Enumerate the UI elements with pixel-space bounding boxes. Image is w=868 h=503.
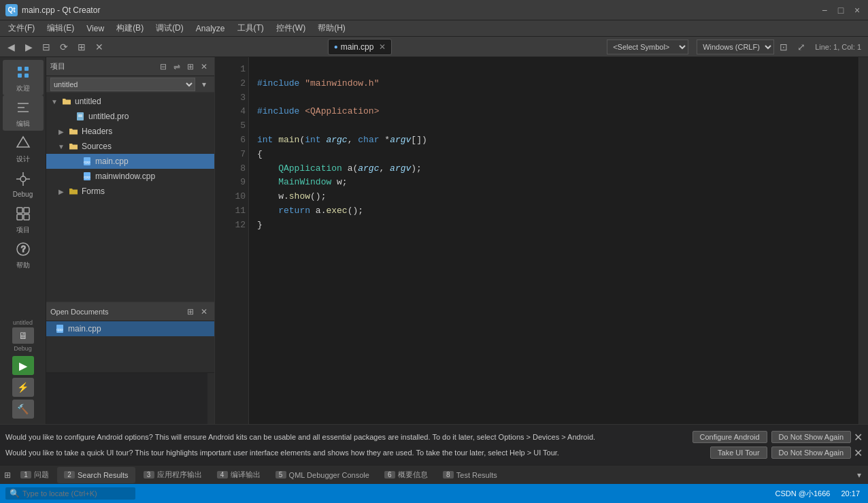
sidebar-item-edit[interactable]: 编辑 [3,95,44,131]
bottom-tab-summary[interactable]: 6 概要信息 [378,467,435,483]
symbol-select[interactable]: <Select Symbol> [607,39,688,54]
tree-item-untitled-pro[interactable]: untitled.pro [46,109,214,124]
take-ui-tour-button[interactable]: Take UI Tour [710,447,767,459]
locator-input-area[interactable]: 🔍 [5,487,135,500]
menu-debug[interactable]: 调试(D) [150,21,189,35]
toolbar-back-button[interactable]: ◀ [3,39,19,55]
project-selector[interactable]: untitled [50,78,195,91]
status-csdn-label: CSDN @小1666 [775,489,831,499]
open-doc-label: main.cpp [68,324,101,334]
line-num-9: 9 [218,176,246,190]
code-editor[interactable]: 1 2 3 4 5 6 7 8 9 10 11 12 #include "mai… [215,57,868,424]
close-notification-android[interactable]: ✕ [854,431,863,444]
svg-text:cpp: cpp [84,160,90,164]
svg-rect-1 [24,67,29,71]
project-expand-button[interactable]: ⊞ [184,61,197,73]
project-close-button[interactable]: ✕ [198,61,210,73]
toolbar-filter-button[interactable]: ⊟ [38,39,54,55]
bottom-tab-qml[interactable]: 5 QML Debugger Console [269,467,376,483]
bottom-tabs-more[interactable]: ▾ [853,469,865,481]
line-num-8: 8 [218,162,246,176]
project-dropdown: untitled ▾ [46,76,214,93]
build-button[interactable]: 🔨 [12,400,34,419]
tree-item-mainwindow-cpp[interactable]: cpp mainwindow.cpp [46,169,214,184]
menu-view[interactable]: View [81,22,110,35]
sidebar-item-help[interactable]: ? 帮助 [3,237,44,272]
tree-item-main-cpp[interactable]: cpp main.cpp [46,154,214,169]
tree-label-forms: Forms [82,186,105,196]
project-filter-button[interactable]: ⊟ [157,61,169,73]
bottom-tab-search-results[interactable]: 2 Search Results [57,467,135,483]
close-notification-tour[interactable]: ✕ [854,447,863,459]
toolbar-split-button[interactable]: ⊞ [73,39,90,55]
configure-android-button[interactable]: Configure Android [692,431,767,443]
tab-close-icon[interactable]: ✕ [379,42,386,52]
toolbar-expand-button[interactable]: ⤢ [793,39,809,55]
menu-edit[interactable]: 编辑(E) [41,21,80,35]
menu-bar: 文件(F) 编辑(E) View 构建(B) 调试(D) Analyze 工具(… [0,20,868,37]
toolbar-close-panel-button[interactable]: ✕ [91,39,107,55]
locator-input[interactable] [22,489,131,498]
line-num-7: 7 [218,148,246,162]
tree-item-headers[interactable]: ▶ Headers [46,124,214,139]
sidebar-icons: 欢迎 编辑 设计 Debug [0,57,46,424]
toolbar-forward-button[interactable]: ▶ [20,39,37,55]
bottom-tab-compile-num: 4 [217,471,228,478]
sidebar-item-debug[interactable]: Debug [3,166,44,201]
bottom-tab-test-label: Test Results [456,471,497,479]
do-not-show-again-android-button[interactable]: Do Not Show Again [771,431,851,443]
bottom-tab-issues[interactable]: 1 问题 [14,467,56,483]
svg-text:cpp: cpp [56,327,63,331]
debug-device-icon: 🖥 [12,327,34,344]
sidebar-item-edit-label: 编辑 [16,119,30,129]
run-button[interactable]: ▶ [12,356,34,375]
bottom-tab-compile[interactable]: 4 编译输出 [210,467,267,483]
tab-label: main.cpp [341,42,374,52]
open-docs-expand-button[interactable]: ⊞ [184,306,197,318]
line-num-2: 2 [218,77,246,91]
open-docs-scrollbar[interactable] [207,373,214,424]
bottom-tab-qml-num: 5 [276,471,286,478]
project-dropdown-arrow[interactable]: ▾ [198,78,210,91]
open-docs-close-button[interactable]: ✕ [198,306,210,318]
code-content[interactable]: #include "mainwindow.h" #include <QAppli… [249,57,858,424]
notification-bar: Would you like to configure Android opti… [0,424,868,465]
menu-analyze[interactable]: Analyze [190,22,231,35]
sidebar-item-design-label: 设计 [16,155,30,164]
bottom-tab-test[interactable]: 8 Test Results [436,467,504,483]
open-doc-main-cpp[interactable]: cpp main.cpp [46,321,214,336]
project-panel-header: 项目 ⊟ ⇌ ⊞ ✕ [46,57,214,76]
sidebar-item-projects[interactable]: 项目 [3,201,44,237]
menu-file[interactable]: 文件(F) [3,21,40,35]
menu-help[interactable]: 帮助(H) [312,21,351,35]
tree-item-untitled[interactable]: ▼ untitled [46,94,214,109]
tree-item-sources[interactable]: ▼ Sources [46,139,214,154]
menu-tools[interactable]: 工具(T) [232,21,269,35]
bottom-tabs-toggle[interactable]: ⊞ [3,467,12,483]
toolbar-window-button[interactable]: ⊡ [775,39,792,55]
debug-run-button[interactable]: ⚡ [12,378,34,397]
cpp-file-icon-main: cpp [82,156,93,167]
maximize-button[interactable]: □ [835,5,846,16]
bottom-tab-app-output[interactable]: 3 应用程序输出 [137,467,209,483]
search-status-icon: 🔍 [10,489,20,498]
sidebar-item-welcome[interactable]: 欢迎 [3,60,44,95]
bottom-tab-search-num: 2 [64,471,75,478]
editor-area: 1 2 3 4 5 6 7 8 9 10 11 12 #include "mai… [215,57,868,424]
close-button[interactable]: × [852,5,863,16]
active-file-tab[interactable]: ● main.cpp ✕ [328,39,393,55]
minimize-button[interactable]: − [819,5,830,16]
tree-item-forms[interactable]: ▶ Forms [46,184,214,199]
project-link-button[interactable]: ⇌ [171,61,183,73]
editor-scrollbar[interactable] [858,57,868,424]
title-bar: Qt main.cpp - Qt Creator − □ × [0,0,868,20]
toolbar-sync-button[interactable]: ⟳ [56,39,72,55]
sidebar-item-design[interactable]: 设计 [3,131,44,166]
line-numbers: 1 2 3 4 5 6 7 8 9 10 11 12 [215,57,249,424]
encoding-select[interactable]: Windows (CRLF) [697,39,774,54]
menu-controls[interactable]: 控件(W) [271,21,311,35]
status-bar: 🔍 CSDN @小1666 20:17 [0,484,868,503]
open-docs-actions: ⊞ ✕ [184,306,210,318]
do-not-show-again-tour-button[interactable]: Do Not Show Again [771,447,851,459]
menu-build[interactable]: 构建(B) [111,21,149,35]
